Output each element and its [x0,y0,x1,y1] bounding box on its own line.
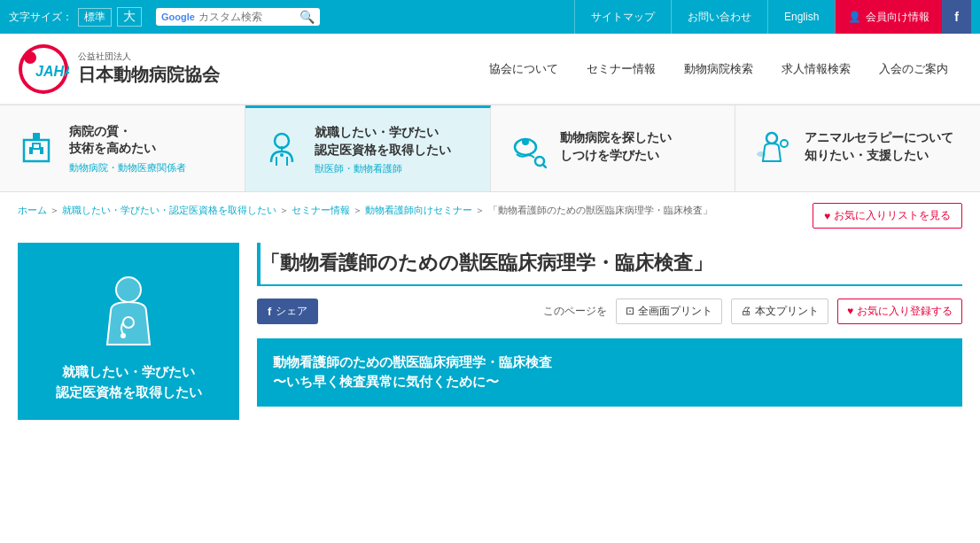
nav-seminar[interactable]: セミナー情報 [572,61,670,77]
teal-box-title-line2: 〜いち早く検査異常に気付くために〜 [273,372,946,392]
fullscreen-print-label: 全画面プリント [638,304,712,319]
svg-point-21 [116,277,141,302]
logo-area: JAHA 公益社団法人 日本動物病院協会 [18,43,266,95]
svg-point-13 [280,153,284,157]
panel-find-title: 動物病院を探したいしつけを学びたい [560,129,672,164]
svg-point-2 [24,51,36,64]
main-nav: 協会について セミナー情報 動物病院検索 求人情報検索 入会のご案内 [266,61,962,77]
logo-text-area: 公益社団法人 日本動物病院協会 [78,50,220,87]
google-search-box: Google 🔍 [156,8,320,26]
svg-text:JAHA: JAHA [35,64,69,79]
favorites-list-button[interactable]: ♥ お気に入りリストを見る [813,203,962,229]
nav-join[interactable]: 入会のご案内 [865,61,962,77]
print-icon: 🖨 [741,305,751,317]
save-favorites-button[interactable]: ♥ お気に入り登録する [837,299,962,324]
search-input[interactable] [198,11,296,23]
panel-career-text: 就職したい・学びたい認定医資格を取得したい 獣医師・動物看護師 [315,124,451,175]
sidebar-figure [93,274,164,353]
facebook-button[interactable]: f [942,0,971,34]
sidebar-text-line1: 就職したい・学びたい [62,364,195,379]
feature-panel-find[interactable]: 動物病院を探したいしつけを学びたい [491,105,736,191]
panel-career-subtitle: 獣医師・動物看護師 [315,162,451,175]
panel-career-title: 就職したい・学びたい認定医資格を取得したい [315,124,451,159]
svg-point-23 [121,333,126,338]
left-sidebar: 就職したい・学びたい 認定医資格を取得したい [18,243,239,420]
member-label: 会員向け情報 [866,10,929,25]
fullscreen-print-button[interactable]: ⊡ 全画面プリント [616,299,722,324]
font-size-large-button[interactable]: 大 [117,7,142,27]
logo-subtitle: 公益社団法人 [78,50,220,63]
feature-panel-therapy[interactable]: アニマルセラピーについて知りたい・支援したい [735,105,980,191]
svg-point-20 [781,140,788,147]
page-label: このページを [543,304,607,319]
find-icon [505,127,549,171]
english-nav-item[interactable]: English [767,0,835,34]
search-icon-button[interactable]: 🔍 [299,10,315,24]
panel-hospital-subtitle: 動物病院・動物医療関係者 [69,161,186,175]
panel-therapy-text: アニマルセラピーについて知りたい・支援したい [805,129,953,167]
svg-line-17 [542,164,547,168]
main-content: 「動物看護師のための獣医臨床病理学・臨床検査」 f シェア このページを ⊡ 全… [257,243,962,420]
sitemap-nav-item[interactable]: サイトマップ [574,0,671,34]
text-print-button[interactable]: 🖨 本文プリント [731,299,828,324]
content-area: 就職したい・学びたい 認定医資格を取得したい 「動物看護師のための獣医臨床病理学… [0,234,980,438]
teal-box-title-line1: 動物看護師のための獣医臨床病理学・臨床検査 [273,353,946,373]
font-size-label: 文字サイズ： [9,10,73,25]
panel-find-text: 動物病院を探したいしつけを学びたい [560,129,672,167]
member-button[interactable]: 👤 会員向け情報 [835,0,942,34]
breadcrumb-sep3: ＞ [353,205,362,215]
nav-about[interactable]: 協会について [475,61,572,77]
facebook-icon: f [268,305,271,318]
breadcrumb-sep2: ＞ [279,205,289,215]
breadcrumb-area: ホーム ＞ 就職したい・学びたい・認定医資格を取得したい ＞ セミナー情報 ＞ … [0,192,980,234]
breadcrumb-link3[interactable]: 動物看護師向けセミナー [365,205,472,215]
teal-info-box: 動物看護師のための獣医臨床病理学・臨床検査 〜いち早く検査異常に気付くために〜 [257,338,962,407]
favorites-list-label: お気に入りリストを見る [834,208,951,223]
contact-nav-item[interactable]: お問い合わせ [671,0,767,34]
breadcrumb-sep1: ＞ [50,205,59,215]
breadcrumb-sep4: ＞ [475,205,485,215]
nav-job-search[interactable]: 求人情報検索 [767,61,865,77]
panel-hospital-title: 病院の質・技術を高めたい [69,123,186,158]
svg-rect-5 [33,133,40,140]
top-bar-left: 文字サイズ： 標準 大 Google 🔍 [9,7,574,27]
font-size-standard-button[interactable]: 標準 [78,8,112,27]
breadcrumb-link1[interactable]: 就職したい・学びたい・認定医資格を取得したい [62,205,276,215]
svg-rect-8 [33,144,40,149]
panel-therapy-title: アニマルセラピーについて知りたい・支援したい [805,129,953,164]
panel-hospital-text: 病院の質・技術を高めたい 動物病院・動物医療関係者 [69,123,186,175]
save-favorites-label: お気に入り登録する [857,304,953,319]
content-title-bar: 「動物看護師のための獣医臨床病理学・臨床検査」 [257,243,962,286]
header: JAHA 公益社団法人 日本動物病院協会 協会について セミナー情報 動物病院検… [0,34,980,105]
heart-save-icon: ♥ [847,305,853,317]
svg-point-9 [275,134,289,148]
svg-point-15 [522,138,529,145]
content-title: 「動物看護師のための獣医臨床病理学・臨床検査」 [261,243,962,277]
career-icon [260,128,304,172]
therapy-icon [750,127,794,171]
breadcrumb-current: 「動物看護師のための獣医臨床病理学・臨床検査」 [488,205,712,215]
google-label: Google [161,12,195,22]
feature-panels: 病院の質・技術を高めたい 動物病院・動物医療関係者 就職したい・学びたい認定医資… [0,105,980,192]
member-icon: 👤 [848,11,861,23]
logo-title: 日本動物病院協会 [78,63,220,87]
breadcrumb-link2[interactable]: セミナー情報 [292,205,350,215]
text-print-label: 本文プリント [755,304,819,319]
share-button[interactable]: f シェア [257,299,318,324]
top-bar-right: サイトマップ お問い合わせ English 👤 会員向け情報 f [574,0,971,34]
breadcrumb-home[interactable]: ホーム [18,205,47,215]
nav-hospital-search[interactable]: 動物病院検索 [670,61,767,77]
share-label: シェア [276,304,307,319]
svg-point-19 [757,151,766,157]
breadcrumb: ホーム ＞ 就職したい・学びたい・認定医資格を取得したい ＞ セミナー情報 ＞ … [18,203,813,219]
feature-panel-hospital[interactable]: 病院の質・技術を高めたい 動物病院・動物医療関係者 [0,105,245,191]
svg-point-18 [766,133,777,144]
sidebar-text: 就職したい・学びたい 認定医資格を取得したい [56,362,202,402]
logo-svg: JAHA [18,43,69,95]
sidebar-text-line2: 認定医資格を取得したい [56,384,202,399]
feature-panel-career[interactable]: 就職したい・学びたい認定医資格を取得したい 獣医師・動物看護師 [245,105,491,191]
action-row: f シェア このページを ⊡ 全画面プリント 🖨 本文プリント ♥ お気に入り登… [257,299,962,324]
heart-icon: ♥ [824,210,830,222]
fullscreen-icon: ⊡ [626,305,634,317]
hospital-icon [14,127,58,171]
